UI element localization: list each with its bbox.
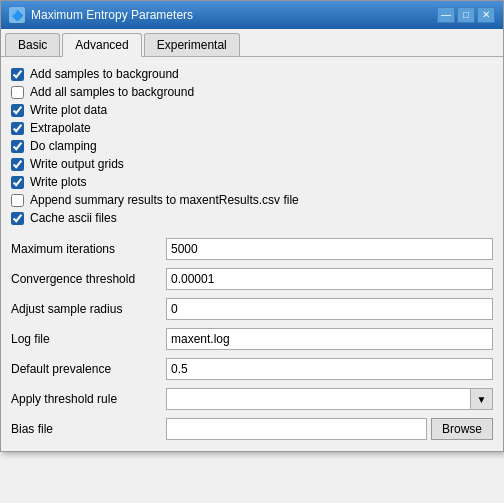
main-window: 🔷 Maximum Entropy Parameters — □ ✕ Basic…	[0, 0, 504, 452]
bias-file-label: Bias file	[11, 422, 166, 436]
default-prevalence-input[interactable]	[166, 358, 493, 380]
checkbox-write-plots: Write plots	[11, 173, 493, 191]
checkbox-write-plot-data: Write plot data	[11, 101, 493, 119]
title-bar: 🔷 Maximum Entropy Parameters — □ ✕	[1, 1, 503, 29]
checkbox-cache-ascii-label: Cache ascii files	[30, 211, 117, 225]
apply-threshold-rule-label: Apply threshold rule	[11, 392, 166, 406]
bias-file-input[interactable]	[166, 418, 427, 440]
checkbox-write-output-grids-input[interactable]	[11, 158, 24, 171]
checkbox-do-clamping-label: Do clamping	[30, 139, 97, 153]
window-title: Maximum Entropy Parameters	[31, 8, 193, 22]
checkbox-append-summary: Append summary results to maxentResults.…	[11, 191, 493, 209]
content-area: Add samples to background Add all sample…	[1, 57, 503, 451]
checkbox-add-samples-input[interactable]	[11, 68, 24, 81]
tab-advanced[interactable]: Advanced	[62, 33, 141, 57]
checkbox-extrapolate-input[interactable]	[11, 122, 24, 135]
apply-threshold-input[interactable]	[166, 388, 471, 410]
field-bias-file: Bias file Browse	[11, 415, 493, 443]
checkbox-add-all-samples-label: Add all samples to background	[30, 85, 194, 99]
log-file-input[interactable]	[166, 328, 493, 350]
checkbox-add-all-samples-input[interactable]	[11, 86, 24, 99]
title-bar-left: 🔷 Maximum Entropy Parameters	[9, 7, 193, 23]
checkbox-do-clamping: Do clamping	[11, 137, 493, 155]
dropdown-arrow-icon[interactable]: ▼	[471, 388, 493, 410]
field-log-file: Log file	[11, 325, 493, 353]
max-iterations-input[interactable]	[166, 238, 493, 260]
tab-experimental[interactable]: Experimental	[144, 33, 240, 56]
field-convergence-threshold: Convergence threshold	[11, 265, 493, 293]
restore-button[interactable]: □	[457, 7, 475, 23]
checkbox-extrapolate: Extrapolate	[11, 119, 493, 137]
adjust-sample-radius-input[interactable]	[166, 298, 493, 320]
checkbox-cache-ascii: Cache ascii files	[11, 209, 493, 227]
checkbox-write-plots-input[interactable]	[11, 176, 24, 189]
field-apply-threshold-rule: Apply threshold rule ▼	[11, 385, 493, 413]
close-button[interactable]: ✕	[477, 7, 495, 23]
minimize-button[interactable]: —	[437, 7, 455, 23]
tab-bar: Basic Advanced Experimental	[1, 29, 503, 57]
log-file-label: Log file	[11, 332, 166, 346]
checkbox-write-output-grids-label: Write output grids	[30, 157, 124, 171]
checkbox-add-samples-label: Add samples to background	[30, 67, 179, 81]
default-prevalence-label: Default prevalence	[11, 362, 166, 376]
field-default-prevalence: Default prevalence	[11, 355, 493, 383]
app-icon: 🔷	[9, 7, 25, 23]
title-controls: — □ ✕	[437, 7, 495, 23]
checkbox-add-all-samples: Add all samples to background	[11, 83, 493, 101]
convergence-threshold-label: Convergence threshold	[11, 272, 166, 286]
apply-threshold-dropdown: ▼	[166, 388, 493, 410]
checkbox-write-plot-data-label: Write plot data	[30, 103, 107, 117]
checkbox-append-summary-input[interactable]	[11, 194, 24, 207]
checkbox-extrapolate-label: Extrapolate	[30, 121, 91, 135]
field-max-iterations: Maximum iterations	[11, 235, 493, 263]
field-adjust-sample-radius: Adjust sample radius	[11, 295, 493, 323]
max-iterations-label: Maximum iterations	[11, 242, 166, 256]
checkbox-write-plot-data-input[interactable]	[11, 104, 24, 117]
checkbox-cache-ascii-input[interactable]	[11, 212, 24, 225]
convergence-threshold-input[interactable]	[166, 268, 493, 290]
checkbox-write-output-grids: Write output grids	[11, 155, 493, 173]
checkbox-add-samples: Add samples to background	[11, 65, 493, 83]
adjust-sample-radius-label: Adjust sample radius	[11, 302, 166, 316]
checkbox-write-plots-label: Write plots	[30, 175, 86, 189]
checkbox-append-summary-label: Append summary results to maxentResults.…	[30, 193, 299, 207]
checkbox-do-clamping-input[interactable]	[11, 140, 24, 153]
tab-basic[interactable]: Basic	[5, 33, 60, 56]
browse-button[interactable]: Browse	[431, 418, 493, 440]
